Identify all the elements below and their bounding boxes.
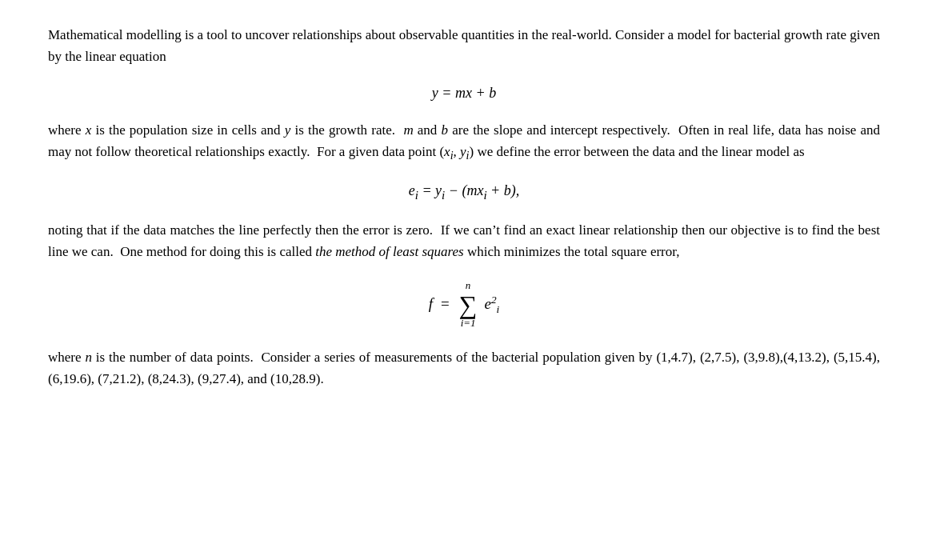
equation-1: y = mx + b xyxy=(48,82,880,105)
sum-lower-limit: i=1 xyxy=(461,318,476,329)
equation-3: f = n ∑ i=1 e2i xyxy=(48,280,880,329)
eq2-text: ei = yi − (mxi + b), xyxy=(409,182,519,198)
paragraph-4: where n is the number of data points. Co… xyxy=(48,346,880,390)
paragraph-intro: Mathematical modelling is a tool to unco… xyxy=(48,24,880,67)
paragraph-2: where x is the population size in cells … xyxy=(48,119,880,165)
eq3-ei-squared: e2i xyxy=(485,291,500,318)
method-phrase: the method of least squares xyxy=(315,244,463,259)
var-n: n xyxy=(85,350,92,365)
summation-symbol: n ∑ i=1 xyxy=(459,280,478,329)
intro-text: Mathematical modelling is a tool to unco… xyxy=(48,27,880,64)
sigma-symbol: ∑ xyxy=(459,292,478,318)
paragraph-3: noting that if the data matches the line… xyxy=(48,219,880,262)
var-b: b xyxy=(442,122,449,138)
main-content: Mathematical modelling is a tool to unco… xyxy=(48,24,880,390)
eq3-equals: = xyxy=(441,292,450,316)
equation-2: ei = yi − (mxi + b), xyxy=(48,179,880,205)
eq1-text: y = mx + b xyxy=(432,85,496,101)
eq3-f: f xyxy=(429,292,433,316)
var-x: x xyxy=(86,122,92,138)
var-m: m xyxy=(403,122,413,138)
var-y: y xyxy=(285,122,291,138)
